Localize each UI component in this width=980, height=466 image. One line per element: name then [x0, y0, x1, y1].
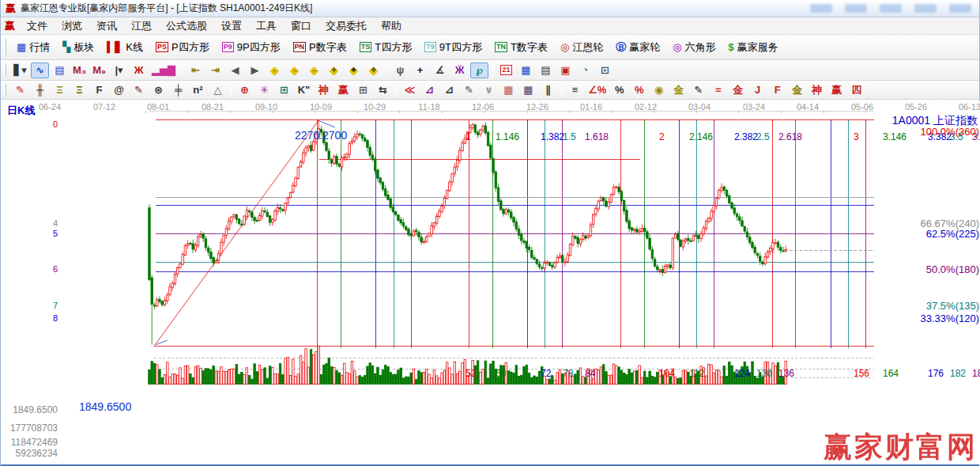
workstation-tool[interactable]: ⊡	[596, 63, 614, 78]
calculator-tool[interactable]: ▦	[517, 63, 535, 78]
gann-grid-lines[interactable]: ╫	[31, 82, 49, 98]
menu-item-帮助[interactable]: 帮助	[374, 18, 409, 33]
chart-9-lines[interactable]: M₉	[90, 63, 108, 78]
percent-line[interactable]: %	[630, 82, 648, 98]
p-number-table-button[interactable]: PNP数字表	[288, 38, 352, 57]
gann-tool-purple[interactable]: Ӝ	[450, 63, 469, 78]
window-button-3[interactable]	[880, 4, 902, 13]
9t-square-button[interactable]: T99T四方形	[420, 38, 487, 57]
toolbar-grip[interactable]	[4, 63, 6, 76]
grid-box-red[interactable]: ▦	[499, 82, 518, 98]
kline-button[interactable]: ▍▋K线	[102, 38, 148, 57]
t-square-button[interactable]: TST四方形	[355, 38, 416, 57]
fibonacci-f[interactable]: Ϝ	[90, 82, 108, 98]
menu-item-交易委托[interactable]: 交易委托	[318, 18, 374, 33]
window-button-5[interactable]	[949, 4, 971, 13]
save-tool[interactable]: ▣	[556, 63, 575, 78]
shen-line[interactable]: 神	[808, 82, 826, 98]
draw-pen[interactable]: ✎	[11, 82, 29, 98]
menu-item-公式选股[interactable]: 公式选股	[159, 18, 214, 33]
chart-3-lines[interactable]: M₃	[70, 63, 89, 78]
gold-lines[interactable]: 金	[669, 82, 688, 98]
zigzag-tool[interactable]: ∿	[31, 63, 49, 78]
zoom-horizontal[interactable]: ◆↔	[305, 63, 323, 78]
step-back[interactable]: ◀	[226, 63, 244, 78]
percent-angle[interactable]: ∠%	[586, 82, 609, 98]
info-panel[interactable]: ▤	[51, 63, 69, 78]
wave-channel[interactable]: ≈	[709, 82, 727, 98]
gold-pen[interactable]: 金	[788, 82, 806, 98]
pattern-search[interactable]: Ж	[130, 63, 148, 78]
menu-item-文件[interactable]: 文件	[20, 18, 55, 33]
sectors-button[interactable]: ▚板块	[58, 38, 99, 57]
shen-tool[interactable]: 神	[315, 82, 333, 98]
menu-item-设置[interactable]: 设置	[214, 18, 249, 33]
candle-style-selector[interactable]: |▾	[110, 63, 128, 78]
winner-service-button[interactable]: $赢家服务	[724, 38, 783, 57]
gann-wheel-button[interactable]: ◎江恩轮	[556, 38, 608, 57]
pen-black[interactable]: ✎	[689, 82, 707, 98]
step-forward[interactable]: ▶	[246, 63, 264, 78]
spiral-tool[interactable]: @	[110, 82, 128, 98]
target-cross[interactable]: ⊕	[236, 82, 254, 98]
zoom-left[interactable]: ◆←	[266, 63, 284, 78]
boxed-star[interactable]: ⊞	[275, 82, 293, 98]
window-button-2[interactable]	[845, 4, 867, 13]
toolbar-grip[interactable]	[4, 84, 6, 96]
n-square-tool[interactable]: n²	[189, 82, 207, 98]
ying-tool[interactable]: 赢	[334, 82, 352, 98]
mirror-triangle[interactable]: △	[209, 82, 227, 98]
menu-item-江恩[interactable]: 江恩	[124, 18, 159, 33]
volume-profile[interactable]: ▂▅▇	[149, 63, 178, 78]
t-number-table-button[interactable]: TNT数字表	[490, 38, 552, 57]
period-selector[interactable]: ▋▾	[11, 63, 29, 78]
tick-ruler[interactable]: ╪	[169, 82, 187, 98]
gold-circle[interactable]: ◉	[650, 82, 668, 98]
grid-123[interactable]: ⊞	[354, 82, 372, 98]
menu-item-工具[interactable]: 工具	[249, 18, 284, 33]
v-waves[interactable]: ∨	[480, 82, 498, 98]
k-mark[interactable]: K"	[295, 82, 313, 98]
drag-hand[interactable]: ψ	[391, 63, 409, 78]
9p-square-button[interactable]: P99P四方形	[217, 38, 285, 57]
calendar-tool[interactable]: 21	[497, 63, 515, 78]
ying-line[interactable]: 赢	[827, 82, 846, 98]
fan-box-purple[interactable]: ⊿	[420, 82, 439, 98]
jump-last[interactable]: ⇥	[206, 63, 224, 78]
jump-first[interactable]: ⇤	[187, 63, 205, 78]
winner-wheel-button[interactable]: Ⓑ赢家轮	[611, 38, 665, 57]
notes-tool[interactable]: ▤	[537, 63, 555, 78]
menu-item-窗口[interactable]: 窗口	[284, 18, 318, 33]
hexagon-button[interactable]: ◎六角形	[668, 38, 720, 57]
gold-red[interactable]: 金	[729, 82, 747, 98]
parallel-lines[interactable]: ∥	[539, 82, 557, 98]
grid-box-dark[interactable]: ▦	[519, 82, 537, 98]
chart-area[interactable]: 日K线 1A0001 上证指数 2270.2700 1849.6500 1849…	[1, 101, 980, 466]
j-line[interactable]: J	[748, 82, 767, 98]
zoom-right[interactable]: ◆→	[285, 63, 303, 78]
crosshair-cursor[interactable]: +	[411, 63, 429, 78]
quotes-button[interactable]: ▦行情	[12, 38, 55, 57]
gann-gold-b[interactable]: Ξ	[70, 82, 89, 98]
wave-tool[interactable]: ℘	[470, 63, 488, 78]
zoom-reset[interactable]: ◆✛	[325, 63, 343, 78]
window-button-1[interactable]	[810, 4, 832, 13]
percent-plain[interactable]: %	[610, 82, 628, 98]
gann-gold-a[interactable]: Ξ	[51, 82, 69, 98]
angle-pen[interactable]: ✎	[460, 82, 478, 98]
span-arrows[interactable]: ⇆	[374, 82, 392, 98]
gann-fan-circle[interactable]: ⊛	[149, 82, 168, 98]
angle-tool[interactable]: ∡	[431, 63, 449, 78]
zoom-out[interactable]: ◆✜	[364, 63, 383, 78]
f-line[interactable]: F	[768, 82, 786, 98]
toolbar-grip[interactable]	[4, 39, 6, 55]
star-grid[interactable]: ✳	[255, 82, 273, 98]
snapshot-tool[interactable]: ◔	[576, 63, 594, 78]
chart-canvas[interactable]	[1, 101, 980, 466]
si-line[interactable]: 四	[847, 82, 865, 98]
zoom-in[interactable]: ◆✚	[345, 63, 363, 78]
pen-measure[interactable]: ✎	[130, 82, 148, 98]
fan-box-dark[interactable]: ⊿	[440, 82, 458, 98]
price-ladder[interactable]: ≡	[566, 82, 584, 98]
menu-item-浏览[interactable]: 浏览	[55, 18, 89, 33]
